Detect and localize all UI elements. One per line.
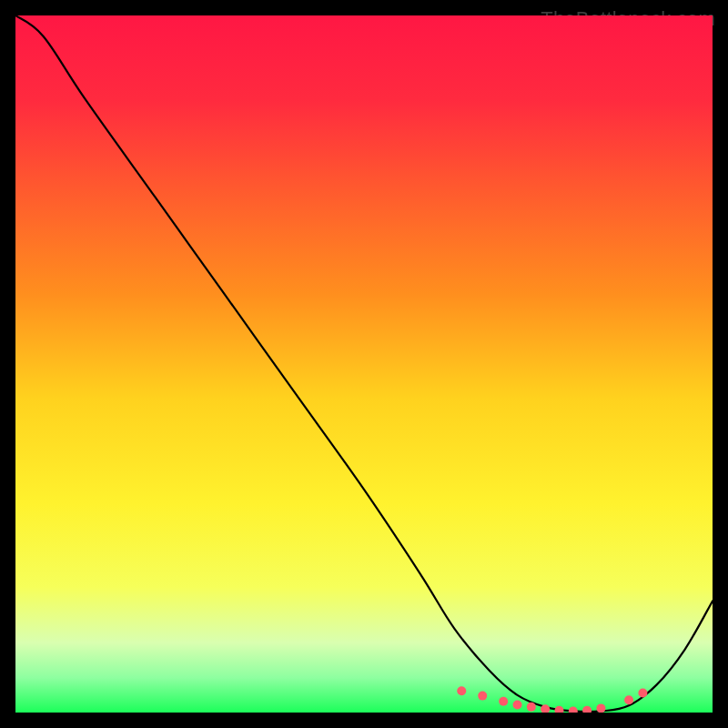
marker-dot <box>569 706 578 713</box>
marker-dot <box>527 703 536 712</box>
marker-dot <box>499 697 508 706</box>
marker-dot <box>624 695 633 704</box>
chart-container: TheBottleneck.com <box>0 0 728 728</box>
marker-dot <box>457 686 466 695</box>
curve-line <box>15 15 713 712</box>
marker-dot <box>554 706 563 713</box>
marker-dot <box>478 692 487 701</box>
plot-area <box>15 15 713 713</box>
marker-dot <box>596 703 605 713</box>
marker-dot <box>582 706 592 713</box>
curve-layer <box>15 15 713 713</box>
marker-dot <box>513 701 522 710</box>
marker-dot <box>638 689 647 698</box>
